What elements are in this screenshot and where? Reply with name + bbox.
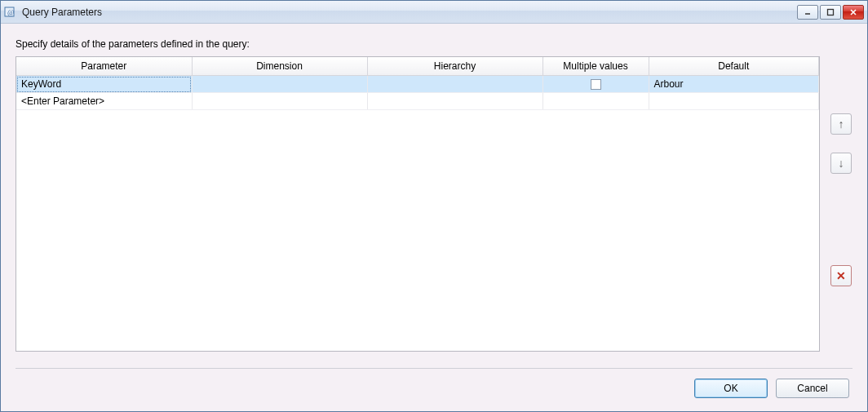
cell-hierarchy[interactable]	[367, 93, 542, 110]
cell-default[interactable]	[649, 93, 819, 110]
cell-hierarchy[interactable]	[367, 76, 542, 93]
delete-button[interactable]: ✕	[830, 265, 852, 286]
table-row[interactable]: <Enter Parameter>	[16, 93, 819, 110]
titlebar[interactable]: @ Query Parameters	[1, 1, 867, 24]
col-header-multiple[interactable]: Multiple values	[542, 57, 649, 76]
window-title: Query Parameters	[22, 7, 797, 18]
cell-multiple[interactable]	[542, 93, 649, 110]
move-down-button[interactable]: ↓	[830, 153, 852, 174]
sidebar-buttons: ↑ ↓ ✕	[830, 56, 852, 352]
window-controls	[797, 5, 864, 20]
footer-separator	[16, 368, 852, 369]
maximize-button[interactable]	[820, 5, 841, 20]
col-header-dimension[interactable]: Dimension	[192, 57, 367, 76]
instruction-label: Specify details of the parameters define…	[16, 38, 852, 50]
parameters-grid[interactable]: Parameter Dimension Hierarchy Multiple v…	[16, 56, 820, 352]
col-header-default[interactable]: Default	[649, 57, 819, 76]
main-row: Parameter Dimension Hierarchy Multiple v…	[16, 56, 852, 352]
multiple-checkbox[interactable]	[591, 79, 601, 90]
table-row[interactable]: KeyWordArbour	[16, 76, 819, 93]
cell-dimension[interactable]	[192, 76, 367, 93]
arrow-up-icon: ↑	[839, 117, 844, 131]
cell-parameter[interactable]: <Enter Parameter>	[16, 93, 192, 110]
minimize-button[interactable]	[797, 5, 818, 20]
app-icon: @	[4, 6, 17, 19]
query-parameters-dialog: @ Query Parameters Specify details of th…	[0, 0, 868, 412]
cell-parameter[interactable]: KeyWord	[16, 76, 192, 93]
col-header-parameter[interactable]: Parameter	[16, 57, 192, 76]
arrow-down-icon: ↓	[839, 157, 844, 170]
client-area: Specify details of the parameters define…	[1, 24, 867, 411]
delete-icon: ✕	[836, 269, 846, 282]
footer-buttons: OK Cancel	[16, 379, 852, 401]
ok-button[interactable]: OK	[694, 379, 768, 398]
svg-rect-3	[828, 9, 834, 15]
col-header-hierarchy[interactable]: Hierarchy	[367, 57, 542, 76]
close-button[interactable]	[843, 5, 864, 20]
move-up-button[interactable]: ↑	[830, 113, 852, 135]
cancel-button[interactable]: Cancel	[776, 379, 849, 398]
cell-default[interactable]: Arbour	[649, 76, 819, 93]
header-row: Parameter Dimension Hierarchy Multiple v…	[16, 57, 819, 76]
svg-text:@: @	[7, 8, 14, 16]
cell-dimension[interactable]	[192, 93, 367, 110]
cell-multiple[interactable]	[542, 76, 649, 93]
